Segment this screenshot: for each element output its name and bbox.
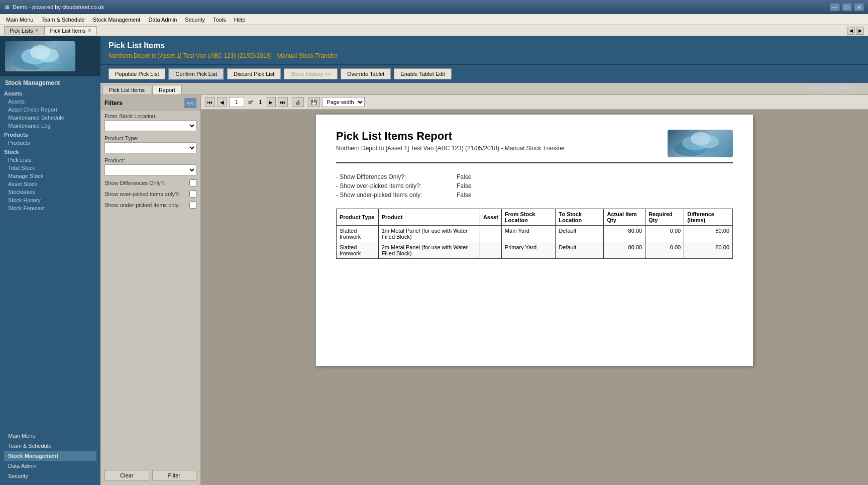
svg-point-9: [691, 132, 711, 145]
page-number-input[interactable]: [229, 97, 244, 107]
menu-security[interactable]: Security: [181, 16, 209, 24]
sidebar-item-pick-lists[interactable]: Pick Lists: [0, 156, 100, 164]
tab-pick-lists[interactable]: Pick Lists ✕: [4, 26, 44, 35]
show-differences-label: Show Differences Only?:: [104, 180, 189, 186]
product-type-field: Product Type:: [100, 133, 200, 155]
tab-nav-next[interactable]: ▶: [856, 27, 864, 35]
nav-main-menu[interactable]: Main Menu: [4, 431, 96, 441]
from-stock-location-select[interactable]: [104, 120, 196, 131]
show-differences-checkbox[interactable]: [189, 179, 196, 186]
tab-nav-prev[interactable]: ◀: [847, 27, 855, 35]
sidebar-item-products[interactable]: Products: [0, 139, 100, 147]
product-type-select[interactable]: [104, 142, 196, 153]
enable-tablet-edit-button[interactable]: Enable Tablet Edit: [394, 68, 451, 79]
col-asset: Asset: [480, 209, 501, 226]
nav-team-schedule[interactable]: Team & Schedule: [4, 441, 96, 451]
nav-data-admin[interactable]: Data Admin: [4, 461, 96, 471]
report-subtitle-text: Northern Depot to [Asset 1] Test Van (AB…: [336, 145, 565, 152]
menu-data[interactable]: Data Admin: [144, 16, 181, 24]
clear-button[interactable]: Clear: [104, 470, 149, 481]
param-label-0: - Show Differences Only?:: [336, 173, 447, 180]
cell-1-2: [480, 242, 501, 259]
title-bar-controls: — □ ✕: [830, 3, 864, 11]
show-under-picked-checkbox[interactable]: [189, 202, 196, 209]
print-button[interactable]: 🖨: [292, 97, 304, 107]
report-header: Pick List Items Report Northern Depot to…: [336, 130, 733, 163]
table-header-row: Product Type Product Asset From Stock Lo…: [337, 209, 733, 226]
page-header: Pick List Items Northern Depot to [Asset…: [100, 36, 868, 64]
toolbar: Populate Pick List Confirm Pick List Dis…: [100, 64, 868, 83]
from-stock-location-field: From Stock Location:: [100, 111, 200, 133]
tab-pick-list-items-close[interactable]: ✕: [87, 28, 91, 33]
zoom-select[interactable]: Page width: [322, 97, 365, 107]
sidebar-group-assets: Assets: [0, 88, 100, 98]
param-label-2: - Show under-picked Items only:: [336, 191, 447, 199]
stock-history-button[interactable]: Stock History >>: [284, 68, 338, 79]
sidebar-item-asset-check-report[interactable]: Asset Check Report: [0, 106, 100, 114]
col-to-stock: To Stock Location: [556, 209, 604, 226]
col-product: Product: [378, 209, 480, 226]
sidebar-item-stock-history[interactable]: Stock History: [0, 196, 100, 204]
param-value-1: False: [457, 182, 471, 189]
col-required-qty: Required Qty: [645, 209, 684, 226]
title-bar-title: Demo - powered by cloudstreet.co.uk: [13, 4, 830, 10]
tab-pick-list-items[interactable]: Pick List Items ✕: [44, 26, 97, 35]
discard-pick-list-button[interactable]: Discard Pick List: [227, 68, 281, 79]
sidebar-item-total-stock[interactable]: Total Stock: [0, 164, 100, 172]
report-panel: ⏮ ◀ of 1 ▶ ⏭ 🖨 💾 Page width: [201, 95, 868, 485]
nav-security[interactable]: Security: [4, 471, 96, 481]
report-header-text: Pick List Items Report Northern Depot to…: [336, 130, 565, 152]
menu-tools[interactable]: Tools: [209, 16, 230, 24]
first-page-button[interactable]: ⏮: [205, 97, 215, 107]
show-over-picked-row: Show over-picked items only?:: [100, 188, 200, 200]
sidebar-item-stock-forecast[interactable]: Stock Forecast: [0, 204, 100, 212]
close-button[interactable]: ✕: [854, 3, 864, 11]
cell-0-2: [480, 226, 501, 242]
next-page-button[interactable]: ▶: [266, 97, 276, 107]
sidebar-item-stocktakes[interactable]: Stocktakes: [0, 188, 100, 196]
filters-collapse-button[interactable]: <<: [184, 98, 196, 108]
sidebar-item-assets[interactable]: Assets: [0, 98, 100, 106]
menu-team[interactable]: Team & Schedule: [37, 16, 88, 24]
menu-main[interactable]: Main Menu: [2, 16, 37, 24]
maximize-button[interactable]: □: [842, 3, 852, 11]
sidebar-logo: [0, 36, 100, 76]
populate-pick-list-button[interactable]: Populate Pick List: [108, 68, 165, 79]
cell-0-5: 80.00: [604, 226, 645, 242]
content-tab-report[interactable]: Report: [152, 85, 182, 94]
page-of-label: of: [246, 99, 255, 105]
product-select[interactable]: [104, 164, 196, 175]
export-button[interactable]: 💾: [308, 97, 320, 107]
minimize-button[interactable]: —: [830, 3, 840, 11]
menu-stock[interactable]: Stock Management: [89, 16, 145, 24]
prev-page-button[interactable]: ◀: [217, 97, 227, 107]
filter-button[interactable]: Filter: [152, 470, 197, 481]
cell-0-0: Slatted Ironwork: [337, 226, 379, 242]
report-scroll[interactable]: Pick List Items Report Northern Depot to…: [201, 110, 868, 485]
col-difference: Difference (Items): [684, 209, 733, 226]
menu-bar: Main Menu Team & Schedule Stock Manageme…: [0, 14, 868, 25]
report-logo: [668, 130, 733, 157]
content-tab-pick-list-items[interactable]: Pick List Items: [102, 85, 151, 94]
sidebar-item-asset-stock[interactable]: Asset Stock: [0, 180, 100, 188]
tab-pick-lists-close[interactable]: ✕: [35, 28, 39, 33]
param-row-0: - Show Differences Only?: False: [336, 173, 733, 180]
sidebar-item-maintenance-log[interactable]: Maintenance Log: [0, 122, 100, 130]
confirm-pick-list-button[interactable]: Confirm Pick List: [168, 68, 224, 80]
report-toolbar: ⏮ ◀ of 1 ▶ ⏭ 🖨 💾 Page width: [201, 95, 868, 110]
nav-stock-management[interactable]: Stock Management: [4, 451, 96, 461]
sidebar-item-maintenance-schedule[interactable]: Maintenance Schedule: [0, 114, 100, 122]
cell-1-4: Default: [556, 242, 604, 259]
menu-help[interactable]: Help: [230, 16, 250, 24]
last-page-button[interactable]: ⏭: [278, 97, 288, 107]
content-tabs-bar: Pick List Items Report: [100, 83, 868, 95]
show-over-picked-label: Show over-picked items only?:: [104, 191, 189, 197]
sidebar-item-manage-stock[interactable]: Manage Stock: [0, 172, 100, 180]
report-title: Pick List Items Report: [336, 130, 565, 143]
show-under-picked-label: Show under-picked Items only:: [104, 202, 189, 208]
app-icon: 🖥: [4, 4, 10, 10]
show-over-picked-checkbox[interactable]: [189, 190, 196, 198]
cell-1-5: 80.00: [604, 242, 645, 259]
override-tablet-button[interactable]: Override Tablet: [341, 68, 391, 79]
report-params: - Show Differences Only?: False - Show o…: [336, 173, 733, 199]
